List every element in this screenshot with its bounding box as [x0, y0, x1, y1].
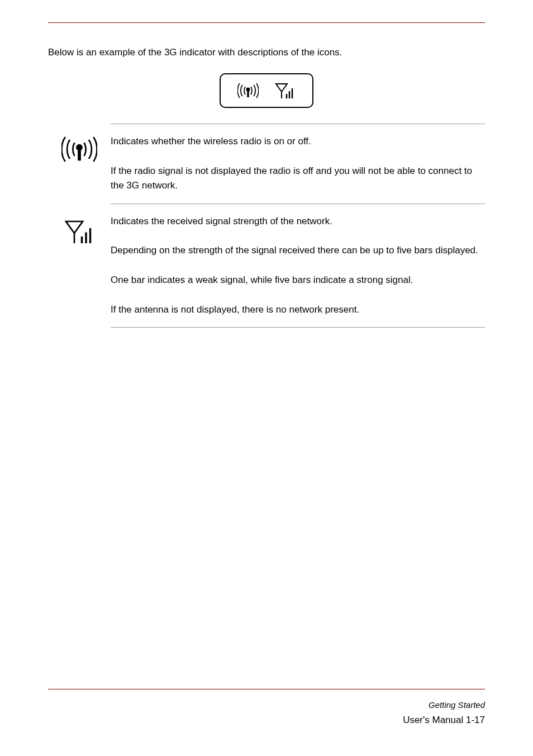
antenna-bars-icon — [274, 82, 296, 100]
intro-text: Below is an example of the 3G indicator … — [48, 45, 485, 60]
table-row: Indicates the received signal strength o… — [48, 204, 485, 327]
top-rule — [48, 22, 485, 23]
table-row: Indicates whether the wireless radio is … — [48, 124, 485, 204]
device-display-illustration — [220, 73, 313, 108]
icon-description-line: Indicates the received signal strength o… — [111, 216, 332, 226]
icon-description-line: Depending on the strength of the signal … — [111, 245, 478, 256]
antenna-bars-icon — [48, 218, 111, 245]
wireless-broadcast-icon — [48, 134, 111, 164]
svg-rect-1 — [247, 89, 249, 97]
icon-description-line: If the antenna is not displayed, there i… — [111, 304, 359, 315]
icon-description-line: If the radio signal is not displayed the… — [111, 166, 472, 191]
svg-rect-7 — [78, 147, 81, 160]
page-number: User's Manual 1-17 — [403, 715, 485, 726]
bottom-rule — [48, 689, 485, 689]
icon-description-line: One bar indicates a weak signal, while f… — [111, 275, 413, 285]
icon-description-table: Indicates whether the wireless radio is … — [48, 124, 485, 328]
icon-description-line: Indicates whether the wireless radio is … — [111, 136, 311, 147]
wireless-broadcast-icon — [237, 82, 259, 100]
chapter-label: Getting Started — [429, 700, 485, 710]
